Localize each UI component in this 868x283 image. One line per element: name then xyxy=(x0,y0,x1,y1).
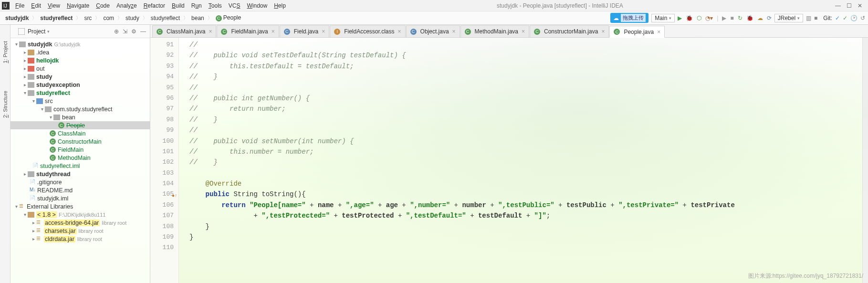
editor-tab[interactable]: CFieldMain.java× xyxy=(217,25,279,37)
tab-label: MethodMain.java xyxy=(475,28,518,35)
menu-vcs[interactable]: VCS xyxy=(226,1,243,10)
tree-out[interactable]: ▸out xyxy=(10,64,150,73)
tree-jar1[interactable]: ▸☰access-bridge-64.jarlibrary root xyxy=(10,219,150,227)
collapse-all-icon[interactable]: ⇲ xyxy=(123,28,127,35)
tree-iml[interactable]: 📄studyreflect.iml xyxy=(10,162,150,170)
tab-close-icon[interactable]: × xyxy=(398,28,401,35)
tab-close-icon[interactable]: × xyxy=(272,28,275,35)
crumb-src[interactable]: src xyxy=(82,14,94,22)
run-config-select[interactable]: Main ▾ xyxy=(651,14,675,22)
tree-studythread[interactable]: ▸studythread xyxy=(10,170,150,178)
menu-file[interactable]: File xyxy=(12,1,27,10)
scroll-from-source-icon[interactable]: ⊕ xyxy=(114,28,119,35)
tree-hellojdk[interactable]: ▸hellojdk xyxy=(10,56,150,64)
menu-run[interactable]: Run xyxy=(188,1,205,10)
jrebel-select[interactable]: JRebel ▾ xyxy=(774,14,803,22)
settings-gear-icon[interactable]: ⚙ xyxy=(131,28,136,35)
jrebel-debug-button[interactable]: 🐞 xyxy=(746,15,753,21)
tree-extlibs[interactable]: ▾☰External Libraries xyxy=(10,202,150,210)
menu-help[interactable]: Help xyxy=(271,1,289,10)
menu-tools[interactable]: Tools xyxy=(206,1,225,10)
close-button[interactable]: ✕ xyxy=(858,2,862,9)
editor-tab[interactable]: CConstructorMain.java× xyxy=(530,25,609,37)
menu-edit[interactable]: Edit xyxy=(28,1,44,10)
tree-bean[interactable]: ▾bean xyxy=(10,113,150,121)
tree-readme[interactable]: M↓README.md xyxy=(10,186,150,194)
debug-button[interactable]: 🐞 xyxy=(686,15,693,21)
line-gutter: 919293949596979899100101102103104105●↑10… xyxy=(150,38,179,283)
tab-close-icon[interactable]: × xyxy=(522,28,525,35)
jrebel-sync-button[interactable]: ⟳ xyxy=(767,15,772,21)
project-tree[interactable]: ▾studyjdkG:\studyjdk ▸.idea ▸hellojdk ▸o… xyxy=(10,38,150,283)
menu-window[interactable]: Window xyxy=(244,1,270,10)
tree-gitignore[interactable]: 📄.gitignore xyxy=(10,178,150,186)
cloud-upload-button[interactable]: ☁ 拖拽上传 xyxy=(610,13,648,23)
error-stripe[interactable] xyxy=(862,38,868,283)
editor-tab[interactable]: CClassMain.java× xyxy=(152,25,216,37)
tab-close-icon[interactable]: × xyxy=(209,28,212,35)
tree-studyexception[interactable]: ▸studyexception xyxy=(10,81,150,89)
toolwindow-structure-tab[interactable]: 2: Structure xyxy=(1,89,9,120)
code-content[interactable]: //// public void setTestDefault(String t… xyxy=(179,38,862,283)
editor-tab[interactable]: CPeople.java× xyxy=(609,26,665,38)
tree-people[interactable]: CPeople xyxy=(10,121,150,129)
minimize-button[interactable]: — xyxy=(835,2,841,9)
tab-close-icon[interactable]: × xyxy=(601,28,605,35)
toolbar-icon-1[interactable]: ▥ xyxy=(806,15,811,21)
menu-build[interactable]: Build xyxy=(169,1,188,10)
tree-pkg[interactable]: ▾com.study.studyreflect xyxy=(10,105,150,113)
menu-refactor[interactable]: Refactor xyxy=(141,1,168,10)
editor-tab[interactable]: CMethodMain.java× xyxy=(460,25,529,37)
menu-view[interactable]: View xyxy=(45,1,63,10)
toolwindow-project-tab[interactable]: 1: Project xyxy=(1,39,9,65)
menu-analyze[interactable]: Analyze xyxy=(114,1,140,10)
git-commit-button[interactable]: ✓ xyxy=(843,15,847,21)
editor-tab[interactable]: CObject.java× xyxy=(406,25,460,37)
tab-close-icon[interactable]: × xyxy=(322,28,325,35)
toolbar-icon-2[interactable]: ■ xyxy=(814,15,817,21)
project-sidebar: Project ▾ ⊕ ⇲ ⚙ — ▾studyjdkG:\studyjdk ▸… xyxy=(10,25,150,283)
hide-icon[interactable]: — xyxy=(140,28,146,35)
crumb-pkg[interactable]: studyreflect xyxy=(148,14,182,22)
git-history-button[interactable]: 🕑 xyxy=(850,15,858,21)
stop-button[interactable]: ■ xyxy=(730,15,733,21)
jrebel-run-button[interactable]: ↻ xyxy=(738,15,743,21)
git-revert-button[interactable]: ↺ xyxy=(860,15,865,21)
menu-navigate[interactable]: Navigate xyxy=(64,1,92,10)
run-button[interactable]: ▶ xyxy=(678,15,682,21)
crumb-module[interactable]: studyreflect xyxy=(38,14,75,22)
menu-code[interactable]: Code xyxy=(93,1,113,10)
class-icon: C xyxy=(284,29,290,35)
editor-tab[interactable]: CField.java× xyxy=(280,25,329,37)
tree-classmain[interactable]: CClassMain xyxy=(10,129,150,137)
code-editor[interactable]: 919293949596979899100101102103104105●↑10… xyxy=(150,38,868,283)
tree-jdk[interactable]: ▾< 1.8 >F:\JDK\jdk\jdk8u111 xyxy=(10,210,150,219)
jrebel-cloud-button[interactable]: ☁ xyxy=(757,15,763,21)
git-update-button[interactable]: ✓ xyxy=(835,15,840,21)
tab-close-icon[interactable]: × xyxy=(452,28,456,35)
tree-idea[interactable]: ▸.idea xyxy=(10,48,150,56)
tree-methodmain[interactable]: CMethodMain xyxy=(10,154,150,162)
tree-src[interactable]: ▾src xyxy=(10,97,150,105)
tree-root[interactable]: ▾studyjdkG:\studyjdk xyxy=(10,40,150,48)
tree-constructormain[interactable]: CConstructorMain xyxy=(10,137,150,146)
left-tool-strip: 1: Project 2: Structure xyxy=(0,25,10,283)
rerun-button[interactable]: ▶ xyxy=(722,15,726,21)
class-icon: I xyxy=(334,29,340,35)
tree-jar2[interactable]: ▸☰charsets.jarlibrary root xyxy=(10,227,150,235)
coverage-button[interactable]: ⬡ xyxy=(697,15,701,21)
maximize-button[interactable]: ☐ xyxy=(847,2,852,9)
crumb-study[interactable]: study xyxy=(123,14,142,22)
editor-tab[interactable]: IFieldAccessor.class× xyxy=(330,25,405,37)
tree-study[interactable]: ▸study xyxy=(10,73,150,81)
profile-button[interactable]: ◔▾ xyxy=(705,15,713,21)
tab-close-icon[interactable]: × xyxy=(657,29,660,35)
crumb-class[interactable]: CPeople xyxy=(213,14,243,22)
crumb-com[interactable]: com xyxy=(101,14,116,22)
tree-fieldmain[interactable]: CFieldMain xyxy=(10,146,150,154)
tree-studyreflect[interactable]: ▾studyreflect xyxy=(10,89,150,97)
tree-jar3[interactable]: ▸☰cldrdata.jarlibrary root xyxy=(10,235,150,243)
tree-rootiml[interactable]: 📄studyjdk.iml xyxy=(10,194,150,202)
crumb-root[interactable]: studyjdk xyxy=(3,14,31,22)
crumb-bean[interactable]: bean xyxy=(189,14,207,22)
